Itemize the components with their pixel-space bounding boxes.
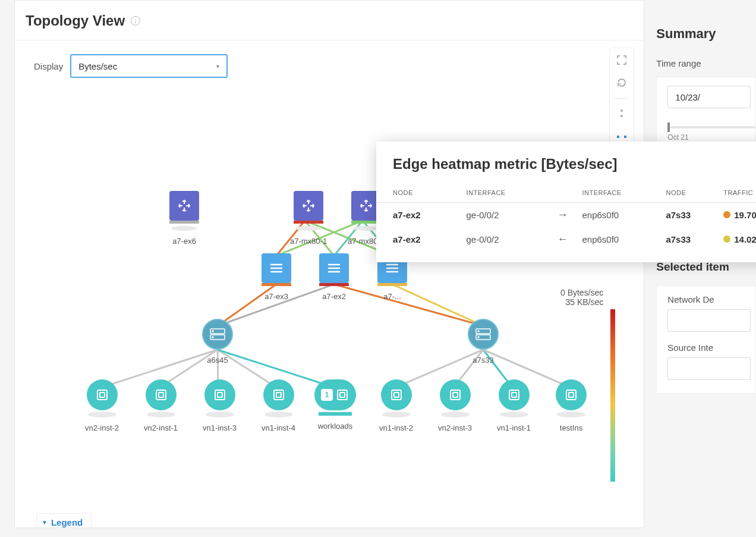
arrow-icon: → xyxy=(546,203,578,228)
server-node-a6s45[interactable]: a6s45 xyxy=(202,319,233,365)
svg-rect-45 xyxy=(156,390,166,400)
caret-down-icon: ▼ xyxy=(42,519,48,526)
svg-rect-0 xyxy=(620,109,623,112)
svg-rect-56 xyxy=(512,392,516,397)
tooltip-th xyxy=(546,183,578,203)
selected-item-block: Network De Source Inte xyxy=(656,285,756,394)
tt-node-b: a7s33 xyxy=(662,227,720,252)
svg-rect-49 xyxy=(274,390,284,400)
vm-icon xyxy=(263,379,294,410)
workloads-count-badge: 1 xyxy=(321,389,333,401)
svg-rect-48 xyxy=(218,392,222,397)
traffic-dot-icon xyxy=(723,235,730,243)
layout-vertical-icon[interactable] xyxy=(615,107,629,121)
node-label: vn1-inst-1 xyxy=(497,423,531,432)
fullscreen-icon[interactable] xyxy=(615,53,629,67)
display-value: Bytes/sec xyxy=(78,61,117,71)
svg-rect-2 xyxy=(617,136,619,138)
workloads-node[interactable]: 1 workloads xyxy=(314,379,356,431)
tt-iface-b: enp6s0f0 xyxy=(578,227,662,252)
time-slider[interactable] xyxy=(667,126,755,128)
tooltip-th: INTERFACE xyxy=(462,183,546,203)
server-node-a7s33[interactable]: a7s33 xyxy=(468,319,499,365)
vm-node-vn1-inst-1[interactable]: vn1-inst-1 xyxy=(497,379,531,432)
switch-icon xyxy=(262,253,291,283)
node-shadow xyxy=(88,412,116,417)
svg-rect-53 xyxy=(451,390,460,400)
reset-icon[interactable] xyxy=(615,76,629,90)
tooltip-th: NODE xyxy=(376,183,462,203)
node-shadow xyxy=(147,412,175,417)
svg-rect-46 xyxy=(159,392,163,397)
legend-label: Legend xyxy=(51,517,83,527)
tooltip-th: TRAFFIC xyxy=(720,183,756,203)
slider-handle[interactable] xyxy=(667,123,670,132)
node-underline xyxy=(319,412,352,416)
tt-node-a: a7-ex2 xyxy=(376,203,462,228)
vm-node-testIns[interactable]: testIns xyxy=(556,379,587,432)
node-shadow xyxy=(295,226,322,231)
node-label: a6s45 xyxy=(202,356,233,365)
selected-item-title: Selected item xyxy=(656,260,756,274)
switch-node-a7-ex3[interactable]: a7-ex3 xyxy=(262,253,291,301)
vm-node-vn1-inst-2[interactable]: vn1-inst-2 xyxy=(379,379,413,432)
date-range-input[interactable]: 10/23/ xyxy=(667,86,751,108)
node-label: vn1-inst-3 xyxy=(203,423,237,432)
info-icon[interactable]: i xyxy=(131,16,140,26)
node-heat-indicator xyxy=(319,283,349,286)
vm-node-vn1-inst-4[interactable]: vn1-inst-4 xyxy=(262,379,295,432)
vm-icon xyxy=(499,379,530,410)
network-device-label: Network De xyxy=(667,294,755,304)
server-icon xyxy=(468,319,499,350)
tooltip-row: a7-ex2 ge-0/0/2 → enp6s0f0 a7s33 19.70 xyxy=(376,203,756,228)
node-label: a7-ex2 xyxy=(319,292,349,301)
vm-icon xyxy=(146,379,177,410)
node-label: a7-... xyxy=(377,292,407,301)
summary-title: Summary xyxy=(656,26,756,42)
legend-toggle[interactable]: ▼ Legend xyxy=(36,513,92,527)
node-label: vn1-inst-2 xyxy=(379,423,413,432)
network-device-input[interactable] xyxy=(667,309,751,332)
source-interface-label: Source Inte xyxy=(667,343,755,353)
svg-rect-47 xyxy=(215,390,225,400)
node-heat-indicator xyxy=(377,283,407,286)
node-label: testIns xyxy=(556,423,587,432)
source-interface-input[interactable] xyxy=(667,357,751,380)
node-label: a7-ex6 xyxy=(169,237,199,246)
tooltip-title: Edge heatmap metric [Bytes/sec] xyxy=(376,156,756,183)
svg-rect-59 xyxy=(338,390,347,400)
node-shadow xyxy=(206,412,234,417)
topology-panel: Topology View i Display Bytes/sec ▾ xyxy=(14,0,644,528)
router-icon xyxy=(169,191,199,221)
slider-tick-label: Oct 21 xyxy=(667,133,755,142)
node-label: workloads xyxy=(314,422,356,431)
node-shadow xyxy=(171,226,197,231)
display-select[interactable]: Bytes/sec ▾ xyxy=(70,54,228,78)
chevron-down-icon: ▾ xyxy=(216,63,219,70)
svg-rect-50 xyxy=(276,392,281,397)
vm-icon xyxy=(440,379,471,410)
svg-line-15 xyxy=(334,284,483,326)
switch-node-a7-ex2[interactable]: a7-ex2 xyxy=(319,253,349,301)
svg-rect-57 xyxy=(566,390,576,400)
colorbar-max-label: 35 KB/sec xyxy=(566,297,604,307)
node-shadow xyxy=(441,412,470,417)
vm-node-vn2-inst-1[interactable]: vn2-inst-1 xyxy=(144,379,178,432)
tt-iface-a: ge-0/0/2 xyxy=(462,203,546,228)
vm-node-vn2-inst-2[interactable]: vn2-inst-2 xyxy=(85,379,119,432)
vm-icon xyxy=(204,379,235,410)
vm-node-vn1-inst-3[interactable]: vn1-inst-3 xyxy=(203,379,237,432)
router-node-a7-mx80-1[interactable]: a7-mx80-1 xyxy=(290,191,327,246)
node-label: vn2-inst-1 xyxy=(144,423,178,432)
vm-node-vn2-inst-3[interactable]: vn2-inst-3 xyxy=(438,379,472,432)
router-icon xyxy=(294,191,323,221)
colorbar-min-label: 0 Bytes/sec xyxy=(560,288,603,297)
topology-canvas[interactable]: Display Bytes/sec ▾ xyxy=(15,40,644,527)
tt-traffic: 14.02 xyxy=(720,227,756,252)
time-range-label: Time range xyxy=(656,58,756,68)
router-node-a7-ex6[interactable]: a7-ex6 xyxy=(169,191,199,246)
svg-rect-1 xyxy=(620,115,623,117)
edge-heatmap-tooltip: Edge heatmap metric [Bytes/sec] NODEINTE… xyxy=(376,142,756,262)
svg-rect-58 xyxy=(569,392,574,397)
node-label: vn1-inst-4 xyxy=(262,423,295,432)
